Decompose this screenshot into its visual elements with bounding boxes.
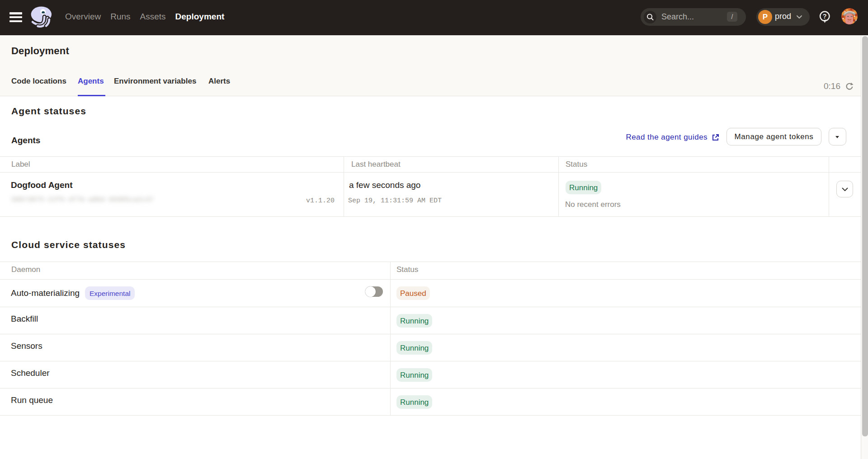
svg-text:?: ?	[823, 13, 827, 20]
